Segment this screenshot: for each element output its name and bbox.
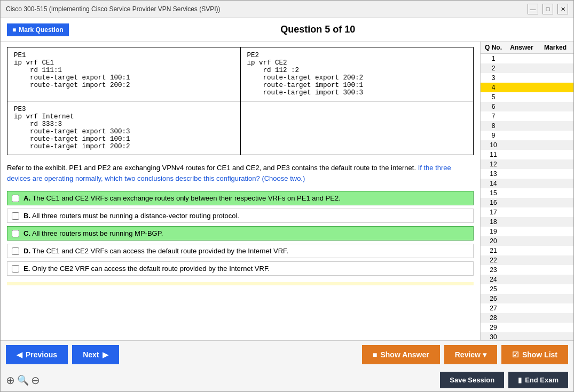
sidebar-qnum: 12 <box>483 161 504 168</box>
answer-checkbox-d[interactable] <box>12 247 19 255</box>
save-session-button[interactable]: Save Session <box>440 372 504 388</box>
end-exam-button[interactable]: ▮ End Exam <box>508 372 568 388</box>
zoom-controls: ⊕ 🔍 ⊖ <box>6 374 40 387</box>
window-title: Cisco 300-515 (Implementing Cisco Servic… <box>6 5 220 13</box>
sidebar-header: Q No. Answer Marked <box>481 42 573 54</box>
sidebar-qnum: 15 <box>483 189 504 197</box>
sidebar-row[interactable]: 19 <box>481 227 573 236</box>
sidebar-qnum: 19 <box>483 228 504 235</box>
sidebar-row[interactable]: 27 <box>481 303 573 313</box>
main-area: PE1 ip vrf CE1 rd 111:1 route-target exp… <box>1 42 573 340</box>
sidebar-col-answer: Answer <box>504 44 539 51</box>
window-controls: — □ ✕ <box>528 4 568 14</box>
sidebar-row[interactable]: 5 <box>481 92 573 102</box>
prev-arrow-icon: ◀ <box>17 350 22 359</box>
sidebar-row[interactable]: 24 <box>481 275 573 284</box>
sidebar-row[interactable]: 20 <box>481 236 573 246</box>
show-answer-button[interactable]: ■ Show Answer <box>362 345 440 364</box>
close-button[interactable]: ✕ <box>557 4 568 14</box>
sidebar-row[interactable]: 25 <box>481 284 573 294</box>
sidebar-qnum: 10 <box>483 141 504 149</box>
save-session-label: Save Session <box>450 376 494 384</box>
sidebar-row[interactable]: 1 <box>481 54 573 63</box>
sidebar-row[interactable]: 28 <box>481 313 573 323</box>
sidebar-row[interactable]: 17 <box>481 207 573 217</box>
review-button[interactable]: Review ▾ <box>444 345 497 364</box>
sidebar-qnum: 9 <box>483 132 504 139</box>
question-text: Refer to the exhibit. PE1 and PE2 are ex… <box>7 163 474 183</box>
zoom-reset-button[interactable]: 🔍 <box>17 374 29 386</box>
sidebar-row[interactable]: 18 <box>481 217 573 227</box>
answer-row-d[interactable]: D. The CE1 and CE2 VRFs can access the d… <box>7 244 474 258</box>
answer-checkbox-a[interactable] <box>12 195 19 202</box>
sidebar-row[interactable]: 7 <box>481 111 573 121</box>
answer-row-c[interactable]: C. All three routers must be running MP-… <box>7 226 474 241</box>
sidebar-qnum: 18 <box>483 218 504 226</box>
toolbar: ■ Mark Question Question 5 of 10 <box>1 18 573 42</box>
sidebar-qnum: 8 <box>483 122 504 130</box>
exhibit-cell-pe2: PE2 ip vrf CE2 rd 112 :2 route-target ex… <box>240 47 474 101</box>
sidebar-row[interactable]: 16 <box>481 198 573 207</box>
sidebar-qnum: 1 <box>483 55 504 62</box>
answer-row-a[interactable]: A. The CE1 and CE2 VRFs can exchange rou… <box>7 191 474 205</box>
review-arrow-icon: ▾ <box>483 350 486 359</box>
sidebar-row[interactable]: 23 <box>481 265 573 275</box>
answer-row-b[interactable]: B. All three routers must be running a d… <box>7 209 474 223</box>
answer-checkbox-e[interactable] <box>12 265 19 273</box>
sidebar-row[interactable]: 3 <box>481 73 573 83</box>
sidebar-qnum: 20 <box>483 237 504 245</box>
sidebar-qnum: 25 <box>483 285 504 293</box>
answer-row-e[interactable]: E. Only the CE2 VRF can access the defau… <box>7 261 474 276</box>
sidebar-qnum: 14 <box>483 180 504 187</box>
sidebar-row[interactable]: 8 <box>481 121 573 131</box>
show-list-button[interactable]: ☑ Show List <box>501 345 568 364</box>
maximize-button[interactable]: □ <box>542 4 553 14</box>
mark-question-button[interactable]: ■ Mark Question <box>7 23 69 36</box>
sidebar-qnum: 26 <box>483 295 504 302</box>
answer-label-c: C. All three routers must be running MP-… <box>23 229 163 237</box>
question-highlight: If the three devices are operating norma… <box>7 164 451 182</box>
previous-button[interactable]: ◀ Previous <box>6 345 68 364</box>
review-label: Review <box>455 350 481 359</box>
sidebar-row[interactable]: 2 <box>481 63 573 73</box>
sidebar-row[interactable]: 11 <box>481 150 573 159</box>
sidebar-qnum: 23 <box>483 266 504 274</box>
sidebar-row[interactable]: 13 <box>481 169 573 179</box>
sidebar-row[interactable]: 22 <box>481 255 573 265</box>
sidebar-qnum: 7 <box>483 113 504 120</box>
sidebar-qnum: 16 <box>483 199 504 206</box>
sidebar-row[interactable]: 14 <box>481 179 573 188</box>
next-label: Next <box>83 350 99 359</box>
sidebar-col-marked: Marked <box>539 44 571 51</box>
sidebar-row[interactable]: 21 <box>481 246 573 255</box>
sidebar-qnum: 17 <box>483 209 504 216</box>
sidebar: Q No. Answer Marked 12345678910111213141… <box>480 42 573 340</box>
sidebar-row[interactable]: 30 <box>481 332 573 340</box>
zoom-in-button[interactable]: ⊕ <box>6 374 15 387</box>
end-exam-label: End Exam <box>525 376 559 384</box>
sidebar-qnum: 6 <box>483 103 504 110</box>
zoom-out-button[interactable]: ⊖ <box>31 374 40 387</box>
next-button[interactable]: Next ▶ <box>72 345 119 364</box>
sidebar-col-qno: Q No. <box>483 44 504 51</box>
sidebar-row[interactable]: 26 <box>481 294 573 303</box>
sidebar-qnum: 30 <box>483 333 504 340</box>
sidebar-row[interactable]: 10 <box>481 140 573 150</box>
minimize-button[interactable]: — <box>528 4 538 14</box>
sidebar-row[interactable]: 4 <box>481 83 573 92</box>
previous-label: Previous <box>26 350 57 359</box>
sidebar-row[interactable]: 12 <box>481 159 573 169</box>
sidebar-row[interactable]: 6 <box>481 102 573 111</box>
sidebar-row[interactable]: 29 <box>481 323 573 332</box>
action-row: ⊕ 🔍 ⊖ Save Session ▮ End Exam <box>1 369 573 391</box>
answer-label-a: A. The CE1 and CE2 VRFs can exchange rou… <box>23 194 341 202</box>
answers-container: A. The CE1 and CE2 VRFs can exchange rou… <box>7 191 474 276</box>
answer-checkbox-b[interactable] <box>12 212 19 220</box>
answer-checkbox-c[interactable] <box>12 230 19 237</box>
sidebar-row[interactable]: 15 <box>481 188 573 198</box>
sidebar-row[interactable]: 9 <box>481 131 573 140</box>
nav-row: ◀ Previous Next ▶ ■ Show Answer Review ▾… <box>1 341 573 369</box>
sidebar-qnum: 4 <box>483 84 504 91</box>
sidebar-qnum: 24 <box>483 276 504 283</box>
sidebar-qnum: 11 <box>483 151 504 158</box>
